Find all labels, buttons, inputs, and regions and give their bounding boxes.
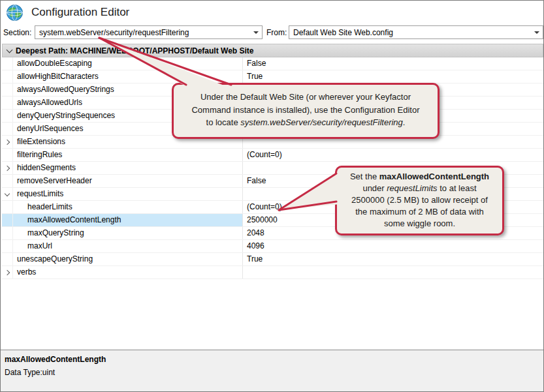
property-value[interactable]: [242, 266, 543, 279]
expand-chevron-icon[interactable]: [2, 266, 13, 279]
property-value[interactable]: False: [242, 57, 543, 70]
property-name[interactable]: filteringRules: [13, 149, 242, 161]
row-gutter: [2, 149, 13, 161]
section-combobox[interactable]: system.webServer/security/requestFilteri…: [35, 25, 263, 39]
status-data-type: Data Type:uint: [5, 368, 55, 377]
status-panel: maxAllowedContentLength Data Type:uint: [1, 350, 543, 391]
callout-text: Under the Default Web Site (or wherever …: [180, 91, 431, 129]
row-gutter: [2, 70, 13, 83]
property-value[interactable]: True: [242, 253, 543, 265]
status-property-name: maxAllowedContentLength: [5, 355, 106, 364]
property-name[interactable]: maxUrl: [13, 240, 242, 252]
property-value[interactable]: (Count=0): [242, 149, 543, 161]
grid-header[interactable]: Deepest Path: MACHINE/WEBROOT/APPHOST/De…: [2, 44, 543, 57]
table-row[interactable]: verbs: [2, 266, 543, 279]
row-gutter: [2, 123, 13, 135]
page-title: Configuration Editor: [31, 6, 129, 19]
row-gutter: [2, 110, 13, 122]
property-value[interactable]: 4096: [242, 240, 543, 252]
property-name[interactable]: unescapeQueryString: [13, 253, 242, 265]
row-gutter: [2, 227, 13, 239]
property-name[interactable]: allowHighBitCharacters: [13, 70, 242, 83]
table-row[interactable]: allowHighBitCharactersTrue: [2, 70, 543, 83]
section-combobox-value: system.webServer/security/requestFilteri…: [39, 28, 189, 37]
table-row[interactable]: filteringRules(Count=0): [2, 149, 543, 162]
section-label: Section:: [3, 28, 31, 37]
row-gutter: [2, 214, 13, 226]
collapse-chevron-icon[interactable]: [2, 188, 13, 200]
property-name[interactable]: removeServerHeader: [13, 175, 242, 187]
expand-chevron-icon[interactable]: [2, 162, 13, 174]
from-combobox-value: Default Web Site Web.config: [293, 28, 393, 37]
table-row[interactable]: maxUrl4096: [2, 240, 543, 253]
table-row[interactable]: unescapeQueryStringTrue: [2, 253, 543, 266]
collapse-chevron-icon[interactable]: [3, 49, 16, 52]
callout-config-editor: Under the Default Web Site (or wherever …: [172, 83, 440, 139]
row-gutter: [2, 240, 13, 252]
chevron-down-glyph: [534, 31, 539, 34]
row-gutter: [2, 97, 13, 109]
chevron-down-glyph: [253, 31, 259, 34]
property-name[interactable]: headerLimits: [13, 201, 242, 213]
property-name[interactable]: allowDoubleEscaping: [13, 57, 242, 70]
row-gutter: [2, 57, 13, 70]
chevron-down-icon[interactable]: [531, 26, 543, 38]
property-value[interactable]: True: [242, 70, 543, 83]
callout-max-content-length: Set the maxAllowedContentLengthunder req…: [335, 166, 504, 235]
configuration-editor-window: Configuration Editor Section: system.web…: [0, 0, 544, 392]
property-name[interactable]: verbs: [13, 266, 242, 279]
property-name[interactable]: hiddenSegments: [13, 162, 242, 174]
from-label: From:: [266, 28, 287, 37]
expand-chevron-icon[interactable]: [2, 136, 13, 148]
property-name[interactable]: requestLimits: [13, 188, 242, 200]
row-gutter: [2, 201, 13, 213]
table-row[interactable]: allowDoubleEscapingFalse: [2, 57, 543, 70]
callout-text: Set the maxAllowedContentLengthunder req…: [342, 171, 497, 230]
chevron-down-icon[interactable]: [250, 26, 262, 38]
row-gutter: [2, 253, 13, 265]
property-name[interactable]: maxAllowedContentLength: [13, 214, 242, 226]
row-gutter: [2, 175, 13, 187]
globe-icon: [6, 4, 24, 22]
property-name[interactable]: maxQueryString: [13, 227, 242, 239]
row-gutter: [2, 83, 13, 96]
grid-header-label: Deepest Path: MACHINE/WEBROOT/APPHOST/De…: [16, 46, 253, 55]
from-combobox[interactable]: Default Web Site Web.config: [289, 25, 543, 39]
